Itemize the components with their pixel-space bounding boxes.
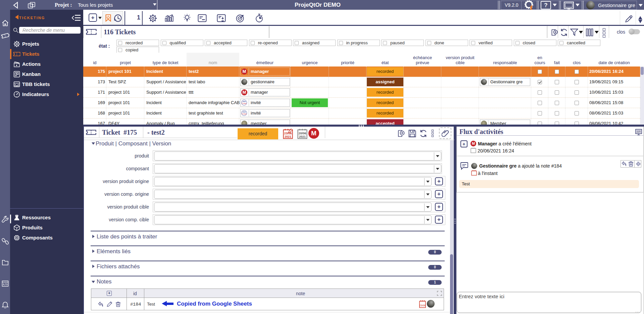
- svg-text:20/06: 20/06: [299, 132, 306, 135]
- svg-text:2021: 2021: [299, 135, 306, 138]
- svg-text:2021: 2021: [285, 135, 291, 138]
- svg-text:23/06: 23/06: [284, 132, 292, 135]
- svg-text:23/06: 23/06: [419, 304, 426, 307]
